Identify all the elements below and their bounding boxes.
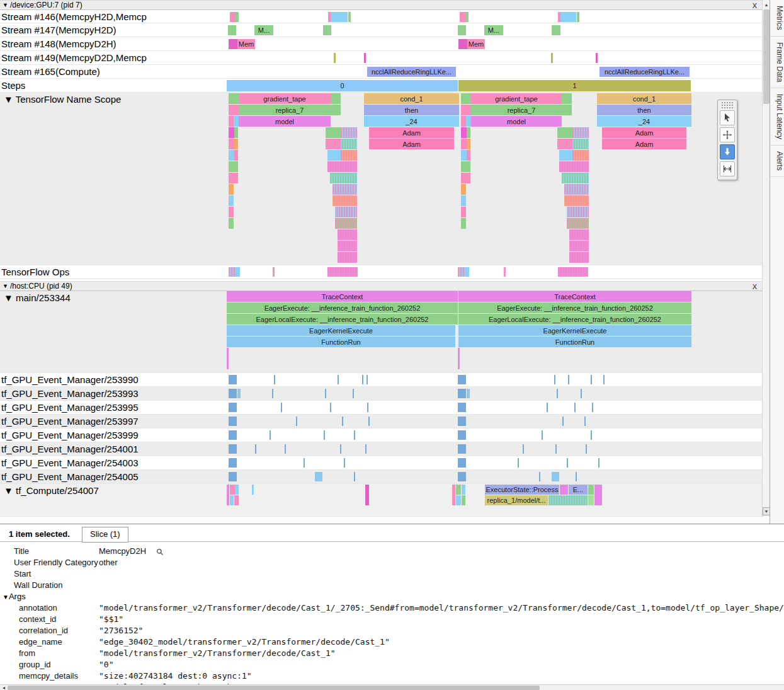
trace-event[interactable]: [227, 485, 229, 505]
trace-event[interactable]: [572, 150, 589, 161]
trace-event[interactable]: [273, 267, 275, 277]
trace-event[interactable]: [334, 53, 336, 63]
trace-event[interactable]: [458, 430, 466, 440]
trace-event[interactable]: Adam: [369, 127, 454, 138]
trace-event[interactable]: [461, 105, 471, 115]
trace-event[interactable]: [229, 444, 237, 454]
collapse-arrow-icon[interactable]: ▼: [3, 2, 8, 8]
trace-event[interactable]: TraceContext: [227, 291, 458, 302]
trace-event[interactable]: [594, 485, 602, 505]
trace-event[interactable]: [229, 39, 237, 49]
trace-event[interactable]: [364, 53, 366, 63]
trace-event[interactable]: [603, 375, 605, 384]
trace-event[interactable]: M...: [484, 25, 503, 35]
trace-event[interactable]: EagerKernelExecute: [458, 325, 691, 336]
step-0[interactable]: 0: [227, 80, 458, 91]
trace-event[interactable]: [230, 12, 236, 22]
trace-event[interactable]: [325, 389, 326, 398]
trace-event[interactable]: [272, 389, 273, 398]
trace-event[interactable]: [230, 495, 234, 505]
trace-event[interactable]: [235, 267, 240, 277]
trace-event[interactable]: E...: [569, 485, 588, 495]
slice-tab[interactable]: Slice (1): [82, 527, 128, 543]
trace-event[interactable]: [466, 116, 471, 127]
trace-event[interactable]: [461, 161, 470, 172]
trace-event[interactable]: [557, 139, 572, 149]
trace-event[interactable]: then: [597, 105, 691, 115]
trace-event[interactable]: [557, 127, 572, 138]
trace-event[interactable]: Mem: [467, 39, 485, 49]
trace-event[interactable]: [568, 375, 569, 384]
trace-event[interactable]: model: [471, 116, 562, 127]
trace-event[interactable]: [348, 12, 351, 22]
trace-event[interactable]: [586, 444, 587, 454]
trace-event[interactable]: [596, 53, 598, 63]
trace-event[interactable]: EagerLocalExecute: __inference_train_fun…: [458, 314, 691, 325]
trace-event[interactable]: then: [364, 105, 459, 115]
trace-event[interactable]: [567, 207, 589, 217]
trace-event[interactable]: [229, 105, 239, 115]
side-tab-metrics[interactable]: Metrics: [770, 0, 784, 37]
cpu-close-button[interactable]: X: [753, 282, 757, 291]
trace-event[interactable]: replica_1/model/t...: [485, 495, 548, 505]
trace-event[interactable]: [296, 417, 297, 426]
trace-event[interactable]: EagerExecute: __inference_train_function…: [458, 302, 691, 313]
trace-event[interactable]: [555, 444, 557, 454]
trace-event[interactable]: [230, 485, 235, 495]
trace-event[interactable]: [464, 267, 469, 277]
trace-event[interactable]: [461, 184, 466, 195]
trace-event[interactable]: [460, 12, 465, 22]
trace-event[interactable]: [572, 127, 589, 138]
trace-event[interactable]: [229, 417, 237, 426]
trace-event[interactable]: M...: [254, 25, 273, 35]
trace-event[interactable]: [564, 184, 589, 195]
select-tool-button[interactable]: [720, 110, 735, 125]
trace-event[interactable]: [354, 472, 355, 481]
trace-event[interactable]: [304, 458, 305, 468]
trace-event[interactable]: [461, 218, 466, 229]
trace-event[interactable]: [461, 93, 471, 104]
gpu-process-header[interactable]: ▼/device:GPU:7 (pid 7) X: [0, 0, 762, 10]
trace-event[interactable]: [562, 417, 564, 426]
trace-event[interactable]: [367, 403, 368, 412]
trace-event[interactable]: [338, 229, 357, 240]
trace-event[interactable]: [467, 389, 470, 398]
trace-event[interactable]: [461, 116, 466, 127]
trace-event[interactable]: [552, 25, 560, 35]
trace-event[interactable]: [462, 485, 465, 495]
trace-event[interactable]: ncclAllReduceRingLLKe...: [599, 67, 690, 77]
trace-event[interactable]: [591, 430, 592, 440]
trace-event[interactable]: [518, 458, 519, 468]
trace-event[interactable]: [353, 389, 354, 398]
trace-event[interactable]: [562, 93, 572, 104]
trace-event[interactable]: [229, 218, 234, 229]
trace-event[interactable]: [323, 25, 331, 35]
trace-event[interactable]: [456, 495, 461, 505]
trace-event[interactable]: [458, 403, 466, 412]
trace-event[interactable]: [340, 444, 341, 454]
trace-event[interactable]: [252, 485, 254, 495]
trace-event[interactable]: [588, 495, 594, 505]
collapse-arrow-icon[interactable]: ▼: [3, 594, 9, 601]
trace-event[interactable]: [338, 252, 357, 263]
trace-event[interactable]: [569, 229, 589, 240]
trace-event[interactable]: [229, 267, 235, 277]
trace-event[interactable]: [559, 161, 589, 172]
trace-event[interactable]: [354, 430, 355, 440]
trace-event[interactable]: [327, 267, 358, 277]
trace-event[interactable]: [326, 127, 341, 138]
trace-event[interactable]: [270, 430, 271, 440]
trace-event[interactable]: _24: [364, 116, 459, 127]
trace-event[interactable]: [324, 430, 325, 440]
trace-event[interactable]: [458, 375, 466, 384]
trace-event[interactable]: [458, 348, 460, 369]
trace-event[interactable]: [584, 417, 586, 426]
trace-event[interactable]: [458, 458, 466, 468]
trace-event[interactable]: [504, 267, 506, 277]
trace-event[interactable]: Adam: [602, 139, 686, 149]
trace-event[interactable]: [236, 12, 239, 22]
trace-event[interactable]: [315, 472, 322, 481]
trace-event[interactable]: [542, 430, 543, 440]
trace-event[interactable]: [229, 389, 237, 398]
trace-event[interactable]: [365, 444, 366, 454]
